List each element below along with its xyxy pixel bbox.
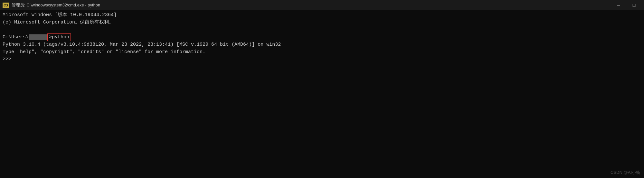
console-line-2: (c) Microsoft Corporation。保留所有权利。 [3, 19, 641, 26]
console-line-4: Python 3.10.4 (tags/v3.10.4:9d38120, Mar… [3, 41, 641, 49]
python-command-highlight: >python [47, 33, 71, 42]
maximize-button[interactable]: □ [627, 0, 641, 10]
title-bar-text: 管理员: C:\windows\system32\cmd.exe - pytho… [12, 2, 100, 8]
console-line-3: C:\Users\██████>python [3, 33, 641, 42]
cmd-window: C:\ 管理员: C:\windows\system32\cmd.exe - p… [0, 0, 644, 178]
title-bar: C:\ 管理员: C:\windows\system32\cmd.exe - p… [0, 0, 644, 10]
title-bar-controls: ─ □ [611, 0, 641, 10]
user-path-pre: C:\Users\ [3, 34, 29, 40]
console-line-5: Type "help", "copyright", "credits" or "… [3, 49, 641, 56]
watermark: CSDN @AI小杨 [611, 169, 640, 176]
console-line-6: >>> [3, 56, 641, 63]
console-line-1: Microsoft Windows [版本 10.0.19044.2364] [3, 12, 641, 19]
user-name-masked: ██████ [29, 34, 47, 40]
title-bar-left: C:\ 管理员: C:\windows\system32\cmd.exe - p… [3, 2, 100, 8]
console-area[interactable]: Microsoft Windows [版本 10.0.19044.2364] (… [0, 10, 644, 178]
console-line-blank-1 [3, 26, 641, 33]
cmd-icon: C:\ [3, 3, 9, 8]
minimize-button[interactable]: ─ [611, 0, 626, 10]
